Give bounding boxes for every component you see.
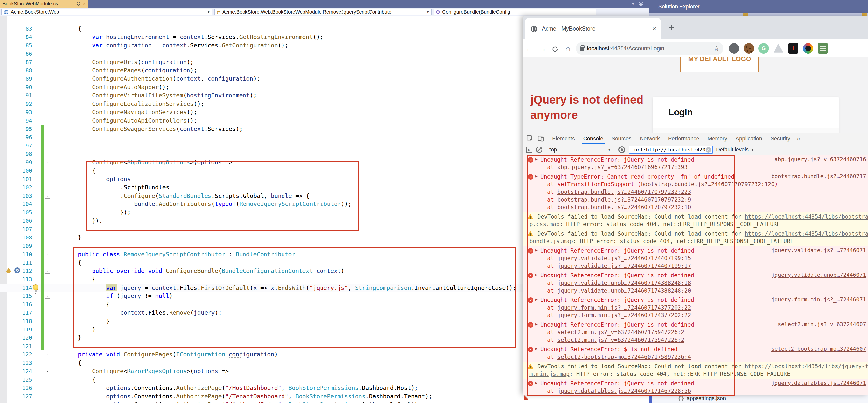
devtools-tab-elements[interactable]: Elements — [548, 133, 579, 144]
line-number: 100 — [8, 167, 32, 175]
i-extension-icon[interactable]: i — [788, 43, 799, 54]
indent-guide — [51, 83, 51, 92]
clear-console-icon[interactable] — [536, 147, 542, 153]
incognito-extension-icon[interactable] — [729, 43, 739, 54]
indent-guide — [65, 250, 65, 259]
devtools-tab-sources[interactable]: Sources — [607, 133, 636, 144]
source-link[interactable]: jquery.form.min.js?_…72446071 — [771, 297, 866, 303]
collapse-icon[interactable]: - — [45, 160, 50, 165]
device-toolbar-icon[interactable] — [537, 135, 544, 142]
solution-explorer-title[interactable]: Solution Explorer — [649, 0, 868, 13]
collapse-icon[interactable]: - — [45, 369, 50, 374]
indent-guide — [65, 292, 65, 301]
source-link[interactable]: abp.jquery.js?_v=63724460716 — [774, 156, 866, 162]
chevron-down-icon[interactable]: ▼ — [631, 2, 635, 6]
chevron-down-icon[interactable]: ▼ — [207, 10, 210, 14]
change-bar — [41, 167, 44, 175]
source-link[interactable]: jquery.validate.js?_…72446071 — [771, 247, 866, 253]
indent-guide — [51, 242, 51, 250]
reload-icon[interactable] — [549, 44, 562, 53]
pin-icon[interactable] — [76, 2, 81, 6]
gear-icon[interactable] — [638, 1, 644, 7]
grammarly-extension-icon[interactable]: G — [758, 43, 769, 54]
type-dropdown[interactable]: ⇄ Acme.BookStore.Web.BookStoreWebModule.… — [214, 9, 432, 15]
notes-extension-icon[interactable] — [818, 43, 828, 54]
chevron-down-icon[interactable]: ▼ — [426, 10, 429, 14]
indent-guide — [65, 301, 65, 309]
chevron-down-icon[interactable]: ▼ — [34, 291, 37, 295]
line-number: 111 — [8, 259, 32, 267]
console-filter-input[interactable]: -url:http://localhost:4200/ve ✕ — [629, 146, 713, 154]
change-bar — [41, 225, 44, 234]
bookmark-star-icon[interactable]: ☆ — [713, 44, 719, 53]
console-sidebar-icon[interactable]: ▶ — [526, 147, 532, 153]
indent-guide — [51, 342, 51, 350]
home-icon[interactable]: ⌂ — [562, 44, 575, 53]
line-number: 83 — [8, 25, 32, 33]
indent-guide — [51, 133, 51, 142]
code-line-128[interactable]: 128options.Conventions.AuthorizePage("/A… — [0, 401, 649, 403]
url-text: localhost:44354/Account/Login — [587, 45, 664, 52]
line-number: 97 — [8, 142, 32, 150]
indent-guide — [51, 100, 51, 108]
more-tabs-icon[interactable]: » — [794, 135, 802, 142]
browser-toolbar: ← → ⌂ localhost:44354/Account/Login ☆ G … — [523, 39, 868, 58]
inspect-element-icon[interactable] — [527, 135, 533, 142]
triangle-extension-icon[interactable] — [773, 43, 784, 54]
project-dropdown[interactable]: Acme.BookStore.Web ▼ — [1, 9, 212, 15]
source-link[interactable]: jquery.dataTables.js…72446071 — [771, 380, 866, 386]
source-link[interactable]: select2.min.js?_v=637244607 — [778, 321, 866, 327]
new-tab-button[interactable]: + — [669, 23, 674, 32]
collapse-icon[interactable]: - — [45, 294, 50, 299]
sourcemap-link[interactable]: https://localhost:44354/libs/bootstrap/j… — [745, 230, 868, 237]
close-icon[interactable]: × — [83, 1, 86, 6]
line-number: 120 — [8, 334, 32, 342]
indent-guide — [65, 167, 65, 175]
line-number: 95 — [8, 125, 32, 133]
change-bar — [41, 250, 44, 259]
clear-filter-icon[interactable]: ✕ — [706, 147, 711, 153]
source-link[interactable]: select2-bootstrap-mo…37244607 — [771, 346, 866, 352]
devtools-tab-memory[interactable]: Memory — [704, 133, 731, 144]
browser-tab-strip: Acme - MyBookStore × + — [523, 16, 868, 39]
collapse-icon[interactable]: - — [45, 269, 50, 274]
camera-extension-icon[interactable] — [803, 43, 813, 54]
back-icon[interactable]: ← — [523, 44, 536, 53]
override-indicator-icon[interactable] — [6, 268, 11, 272]
codelens-indicator-icon[interactable]: O — [14, 267, 20, 273]
source-link[interactable]: bootstrap.bundle.js?…24460717 — [771, 173, 866, 179]
member-dropdown[interactable]: ConfigureBundle(BundleConfig — [434, 9, 596, 15]
devtools-tab-network[interactable]: Network — [636, 133, 664, 144]
browser-tab[interactable]: Acme - MyBookStore × — [525, 18, 661, 39]
sourcemap-link[interactable]: https://localhost:44354/libs/jquery-form… — [745, 363, 868, 369]
forward-icon[interactable]: → — [536, 44, 549, 53]
editor-tab-bookstorewebmodule[interactable]: BookStoreWebModule.cs × — [0, 0, 88, 8]
source-link[interactable]: jquery.validate.unob…72446071 — [771, 272, 866, 278]
chevron-down-icon: ▼ — [750, 148, 754, 152]
close-icon[interactable]: × — [652, 25, 656, 33]
line-number: 91 — [8, 92, 32, 100]
log-levels-dropdown[interactable]: Default levels ▼ — [716, 147, 754, 153]
lightbulb-icon[interactable] — [33, 284, 38, 290]
collapse-icon[interactable]: - — [45, 352, 50, 357]
collapse-icon[interactable]: - — [45, 252, 50, 257]
sourcemap-link[interactable]: https://localhost:44354/libs/bootstrap/c… — [745, 213, 868, 220]
line-number: 84 — [8, 33, 32, 41]
editor-tab-title: BookStoreWebModule.cs — [2, 1, 74, 7]
indent-guide — [51, 192, 51, 200]
indent-guide — [65, 25, 65, 33]
context-selector[interactable]: top ▼ — [550, 147, 611, 153]
cookie-extension-icon[interactable] — [744, 43, 754, 54]
indent-guide — [51, 92, 51, 100]
tab-title: Acme - MyBookStore — [542, 25, 648, 32]
devtools-tab-security[interactable]: Security — [766, 133, 794, 144]
collapse-icon[interactable]: - — [45, 194, 50, 198]
line-number: 122 — [8, 350, 32, 359]
live-expression-eye-icon[interactable] — [618, 146, 625, 153]
devtools-tab-performance[interactable]: Performance — [664, 133, 704, 144]
address-bar[interactable]: localhost:44354/Account/Login ☆ — [576, 42, 723, 55]
indent-guide — [51, 75, 51, 83]
devtools-tab-application[interactable]: Application — [731, 133, 766, 144]
devtools-tab-console[interactable]: Console — [579, 133, 608, 144]
logo-text: MY DEFAULT LOGO — [688, 58, 751, 63]
